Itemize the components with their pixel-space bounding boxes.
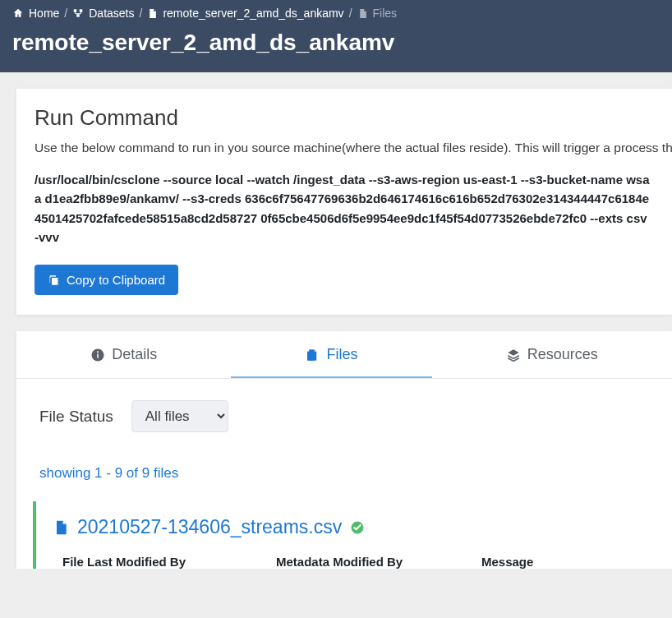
svg-rect-5	[97, 353, 99, 357]
home-icon	[12, 7, 24, 19]
breadcrumb-sep: /	[64, 7, 67, 20]
breadcrumb-sep: /	[140, 7, 143, 20]
tab-files[interactable]: Files	[231, 331, 431, 378]
svg-rect-3	[52, 278, 58, 285]
svg-rect-1	[80, 9, 83, 12]
col-metadata-modified-by: Metadata Modified By	[276, 555, 481, 569]
file-icon	[147, 8, 158, 19]
breadcrumb-sep: /	[349, 7, 352, 20]
copy-to-clipboard-button[interactable]: Copy to Clipboard	[35, 265, 178, 295]
info-icon	[90, 348, 105, 362]
svg-rect-7	[307, 351, 314, 360]
copy-icon	[48, 274, 60, 286]
run-command-description: Use the below command to run in you sour…	[35, 141, 654, 155]
tab-details[interactable]: Details	[16, 331, 231, 378]
files-icon	[305, 348, 320, 362]
tab-files-label: Files	[326, 346, 357, 363]
file-status-select[interactable]: All files	[131, 400, 228, 432]
breadcrumb-dataset-name[interactable]: remote_server_2_amd_ds_ankamv	[163, 7, 343, 20]
column-headers: File Last Modified By Metadata Modified …	[53, 555, 649, 569]
svg-rect-2	[77, 14, 81, 17]
file-entry: 20210527-134606_streams.csv File Last Mo…	[33, 501, 649, 569]
breadcrumb: Home / Datasets / remote_server_2_amd_ds…	[12, 7, 660, 20]
file-icon	[357, 8, 368, 19]
page-title: remote_server_2_amd_ds_ankamv	[12, 30, 660, 56]
breadcrumb-datasets[interactable]: Datasets	[89, 7, 134, 20]
svg-point-6	[97, 351, 99, 353]
tabs-card: Details Files Resources File Status All …	[16, 331, 672, 569]
file-status-label: File Status	[39, 408, 113, 426]
breadcrumb-current: Files	[373, 7, 398, 20]
breadcrumb-home[interactable]: Home	[29, 7, 59, 20]
run-command-heading: Run Command	[35, 105, 654, 131]
datasets-icon	[72, 7, 84, 19]
tab-resources[interactable]: Resources	[432, 331, 672, 378]
file-icon	[53, 519, 69, 537]
col-message: Message	[481, 555, 629, 569]
tab-resources-label: Resources	[527, 346, 598, 363]
check-circle-icon	[350, 520, 365, 535]
copy-button-label: Copy to Clipboard	[67, 273, 165, 287]
showing-count: showing 1 - 9 of 9 files	[39, 465, 649, 482]
layers-icon	[506, 348, 521, 362]
file-name-link[interactable]: 20210527-134606_streams.csv	[77, 516, 342, 538]
run-command-text: /usr/local/bin/csclone --source local --…	[35, 170, 654, 247]
col-file-last-modified-by: File Last Modified By	[62, 555, 276, 569]
svg-rect-0	[74, 9, 77, 12]
tab-details-label: Details	[112, 346, 157, 363]
run-command-card: Run Command Use the below command to run…	[16, 89, 672, 315]
